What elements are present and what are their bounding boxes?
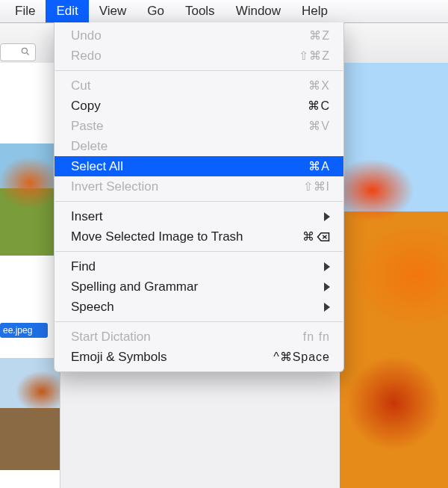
submenu-arrow-icon (285, 282, 330, 291)
command-key-icon: ⌘ (302, 229, 315, 244)
menu-item-find[interactable]: Find (55, 256, 343, 277)
thumbnail[interactable] (0, 143, 60, 256)
menu-item-label: Redo (71, 49, 285, 64)
menu-item-label: Invert Selection (71, 179, 285, 194)
menu-item-speech[interactable]: Speech (55, 297, 343, 317)
menu-item-shortcut: ⌘C (285, 99, 330, 113)
magnifier-icon (20, 46, 31, 57)
svg-point-0 (22, 48, 27, 53)
menu-item-label: Delete (71, 139, 285, 154)
menu-item-label: Speech (71, 300, 285, 315)
menu-item-label: Spelling and Grammar (71, 279, 285, 294)
menu-item-emoji-symbols[interactable]: Emoji & Symbols ^⌘Space (55, 347, 343, 367)
menu-item-insert[interactable]: Insert (55, 206, 343, 226)
menu-item-label: Find (71, 259, 285, 274)
search-field-partial[interactable] (0, 43, 36, 61)
menu-item-label: Undo (71, 28, 285, 43)
menu-item-redo[interactable]: Redo ⇧⌘Z (55, 46, 343, 66)
menu-item-label: Select All (71, 159, 285, 174)
menu-item-shortcut: ^⌘Space (273, 350, 330, 364)
menu-item-paste[interactable]: Paste ⌘V (55, 116, 343, 136)
menu-tools[interactable]: Tools (175, 0, 225, 22)
menu-edit[interactable]: Edit (46, 0, 88, 22)
menu-item-label: Start Dictation (71, 330, 285, 345)
menu-item-label: Move Selected Image to Trash (71, 229, 285, 244)
menu-item-start-dictation[interactable]: Start Dictation fn fn (55, 327, 343, 347)
menu-item-select-all[interactable]: Select All ⌘A (55, 156, 343, 176)
menu-item-move-to-trash[interactable]: Move Selected Image to Trash ⌘ (55, 226, 343, 247)
menu-item-label: Paste (71, 119, 285, 134)
thumbnail[interactable] (0, 358, 60, 470)
submenu-arrow-icon (285, 303, 330, 312)
edit-menu-dropdown: Undo ⌘Z Redo ⇧⌘Z Cut ⌘X Copy ⌘C Paste ⌘V… (54, 22, 344, 372)
submenu-arrow-icon (285, 262, 330, 271)
menu-item-label: Insert (71, 209, 285, 224)
menu-separator (55, 70, 343, 71)
menu-item-label: Copy (71, 99, 285, 114)
menu-item-copy[interactable]: Copy ⌘C (55, 96, 343, 116)
menu-item-cut[interactable]: Cut ⌘X (55, 75, 343, 96)
menu-item-spelling-grammar[interactable]: Spelling and Grammar (55, 277, 343, 297)
menu-view[interactable]: View (89, 0, 137, 22)
menu-file[interactable]: File (4, 0, 46, 22)
menu-item-shortcut: ⇧⌘I (285, 179, 330, 194)
menu-item-shortcut: ⌘V (285, 119, 330, 133)
menu-item-shortcut: ⌘X (285, 78, 330, 93)
menu-item-label: Emoji & Symbols (71, 350, 273, 365)
preview-photo (340, 63, 448, 488)
menu-item-label: Cut (71, 78, 285, 93)
menu-item-delete[interactable]: Delete (55, 136, 343, 156)
submenu-arrow-icon (285, 212, 330, 221)
menu-separator (55, 201, 343, 202)
menu-item-shortcut: ⌘Z (285, 28, 330, 43)
menu-window[interactable]: Window (225, 0, 291, 22)
menu-go[interactable]: Go (137, 0, 175, 22)
menu-item-shortcut: ⌘ (285, 229, 330, 244)
menu-item-undo[interactable]: Undo ⌘Z (55, 25, 343, 46)
menu-item-shortcut: ⇧⌘Z (285, 49, 330, 63)
backspace-icon (317, 230, 330, 244)
svg-line-1 (27, 53, 29, 55)
thumbnail-column: ee.jpeg .jpg (0, 63, 60, 488)
menu-bar: File Edit View Go Tools Window Help (0, 0, 448, 23)
menu-help[interactable]: Help (291, 0, 338, 22)
menu-separator (55, 321, 343, 322)
menu-item-invert-selection[interactable]: Invert Selection ⇧⌘I (55, 176, 343, 197)
menu-item-shortcut: fn fn (285, 330, 330, 344)
menu-separator (55, 251, 343, 252)
selected-filename-label[interactable]: ee.jpeg (0, 323, 48, 338)
menu-item-shortcut: ⌘A (285, 159, 330, 173)
